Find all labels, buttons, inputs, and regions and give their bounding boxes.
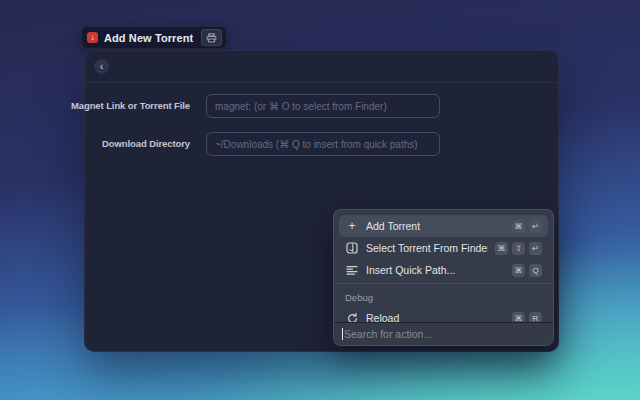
download-directory-input[interactable]: [206, 132, 440, 156]
window-header: ‹: [85, 51, 558, 83]
action-menu-panel: + Add Torrent ⌘ ↵ Select Torrent From Fi…: [333, 209, 554, 346]
action-item-add-torrent[interactable]: + Add Torrent ⌘ ↵: [339, 215, 548, 237]
back-button[interactable]: ‹: [94, 59, 109, 74]
action-item-select-torrent-from-finder[interactable]: Select Torrent From Finder... ⌘ ⇧ ↵: [339, 237, 548, 259]
key-cmd: ⌘: [512, 264, 525, 277]
shortcut-keys: ⌘ ↵: [512, 220, 542, 233]
plus-icon: +: [345, 220, 359, 232]
command-tab-title: Add New Torrent: [104, 32, 193, 44]
action-search-input[interactable]: [344, 328, 545, 340]
action-search-bar: [334, 322, 553, 345]
torrent-app-icon: ↓: [87, 32, 98, 43]
key-return: ↵: [529, 242, 542, 255]
action-menu-list: + Add Torrent ⌘ ↵ Select Torrent From Fi…: [334, 210, 553, 329]
desktop-background: ↓ Add New Torrent ‹ Magnet Link or Torre…: [0, 0, 640, 400]
text-caret: [342, 328, 343, 340]
finder-icon: [345, 242, 359, 254]
action-item-insert-quick-path[interactable]: Insert Quick Path... ⌘ Q: [339, 259, 548, 281]
action-item-label: Select Torrent From Finder...: [366, 242, 488, 254]
magnet-link-label: Magnet Link or Torrent File: [71, 94, 190, 118]
debug-section-label: Debug: [339, 284, 548, 307]
printer-icon-button[interactable]: [201, 29, 222, 46]
key-return: ↵: [529, 220, 542, 233]
key-q: Q: [529, 264, 542, 277]
key-cmd: ⌘: [495, 242, 508, 255]
key-cmd: ⌘: [512, 220, 525, 233]
printer-icon: [206, 33, 217, 43]
magnet-link-input[interactable]: [206, 94, 440, 118]
key-shift: ⇧: [512, 242, 525, 255]
shortcut-keys: ⌘ Q: [512, 264, 542, 277]
shortcut-keys: ⌘ ⇧ ↵: [495, 242, 542, 255]
command-tab: ↓ Add New Torrent: [81, 26, 227, 49]
list-icon: [345, 265, 359, 276]
download-directory-label: Download Directory: [102, 132, 190, 156]
action-item-label: Add Torrent: [366, 220, 505, 232]
action-item-label: Insert Quick Path...: [366, 264, 505, 276]
